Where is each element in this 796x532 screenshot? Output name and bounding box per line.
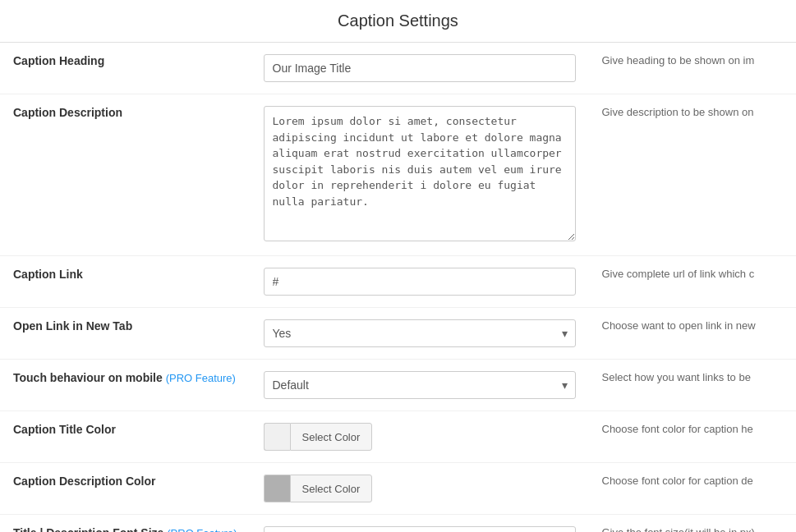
- page-title-bar: Caption Settings: [0, 0, 796, 43]
- input-cell-caption-description: Lorem ipsum dolor si amet, consectetur a…: [251, 94, 589, 256]
- label-touch-behaviour: Touch behaviour on mobile (PRO Feature): [0, 360, 251, 411]
- caption-link-input[interactable]: [264, 268, 576, 296]
- row-caption-description: Caption Description Lorem ipsum dolor si…: [0, 94, 796, 256]
- hint-caption-heading: Give heading to be shown on im: [589, 43, 797, 94]
- input-cell-caption-title-color: Select Color: [251, 411, 589, 463]
- open-link-select-wrapper: Yes No: [264, 319, 576, 347]
- title-font-size-input[interactable]: [264, 526, 576, 532]
- hint-caption-description: Give description to be shown on: [589, 94, 797, 256]
- hint-caption-link: Give complete url of link which c: [589, 256, 797, 308]
- touch-behaviour-select-wrapper: Default: [264, 371, 576, 399]
- row-caption-desc-color: Caption Description Color Select Color C…: [0, 463, 796, 515]
- input-cell-caption-link: [251, 256, 589, 308]
- font-size-pro-label: (PRO Feature): [167, 527, 237, 532]
- caption-description-textarea[interactable]: Lorem ipsum dolor si amet, consectetur a…: [264, 106, 576, 241]
- row-caption-heading: Caption Heading Give heading to be shown…: [0, 43, 796, 94]
- row-title-font-size: Title | Description Font Size (PRO Featu…: [0, 515, 796, 533]
- caption-desc-select-color-button[interactable]: Select Color: [290, 475, 373, 502]
- open-link-select[interactable]: Yes No: [264, 319, 576, 347]
- input-cell-caption-heading: [251, 43, 589, 94]
- row-caption-link: Caption Link Give complete url of link w…: [0, 256, 796, 308]
- row-caption-title-color: Caption Title Color Select Color Choose …: [0, 411, 796, 463]
- hint-caption-desc-color: Choose font color for caption de: [589, 463, 797, 515]
- caption-desc-color-swatch[interactable]: [264, 475, 290, 502]
- hint-touch-behaviour: Select how you want links to be: [589, 360, 797, 411]
- hint-title-font-size: Give the font size(it will be in px): [589, 515, 797, 533]
- label-title-font-size: Title | Description Font Size (PRO Featu…: [0, 515, 251, 533]
- input-cell-caption-desc-color: Select Color: [251, 463, 589, 515]
- label-caption-description: Caption Description: [0, 94, 251, 256]
- caption-title-select-color-button[interactable]: Select Color: [290, 423, 373, 451]
- caption-title-color-swatch[interactable]: [264, 423, 290, 451]
- hint-caption-title-color: Choose font color for caption he: [589, 411, 797, 463]
- settings-table: Caption Heading Give heading to be shown…: [0, 43, 796, 532]
- caption-desc-color-picker: Select Color: [264, 475, 576, 502]
- label-caption-heading: Caption Heading: [0, 43, 251, 94]
- caption-title-color-picker: Select Color: [264, 423, 576, 451]
- row-open-link: Open Link in New Tab Yes No Choose want …: [0, 308, 796, 360]
- touch-behaviour-select[interactable]: Default: [264, 371, 576, 399]
- label-open-link: Open Link in New Tab: [0, 308, 251, 360]
- page-container: Caption Settings Caption Heading Give he…: [0, 0, 796, 532]
- label-caption-desc-color: Caption Description Color: [0, 463, 251, 515]
- caption-heading-input[interactable]: [264, 54, 576, 82]
- label-caption-link: Caption Link: [0, 256, 251, 308]
- touch-pro-label: (PRO Feature): [166, 372, 236, 384]
- label-caption-title-color: Caption Title Color: [0, 411, 251, 463]
- input-cell-touch-behaviour: Default: [251, 360, 589, 411]
- input-cell-title-font-size: [251, 515, 589, 533]
- page-title: Caption Settings: [0, 11, 796, 30]
- row-touch-behaviour: Touch behaviour on mobile (PRO Feature) …: [0, 360, 796, 411]
- input-cell-open-link: Yes No: [251, 308, 589, 360]
- hint-open-link: Choose want to open link in new: [589, 308, 797, 360]
